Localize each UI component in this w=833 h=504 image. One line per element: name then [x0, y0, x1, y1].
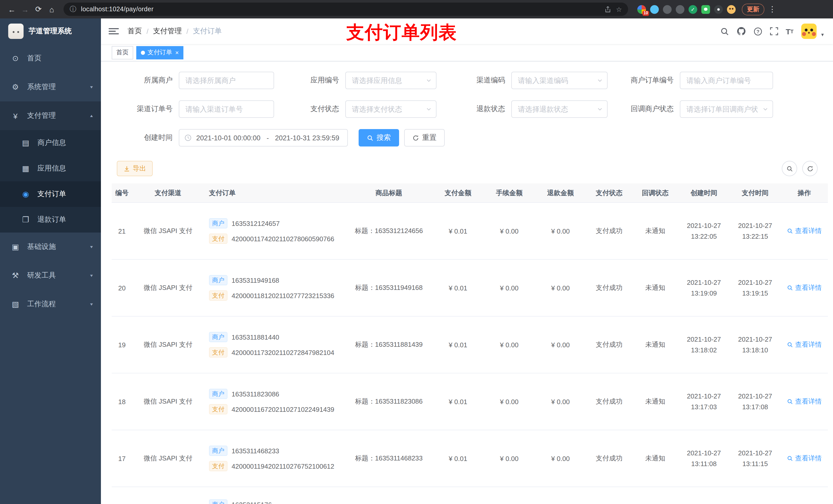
avatar-caret-icon[interactable]: ▾ — [821, 31, 824, 37]
cell-refund: ¥ 0.00 — [535, 341, 586, 349]
sidebar-item-merchant-info[interactable]: ▤ 商户信息 — [0, 130, 101, 156]
col-header-notify: 回调状态 — [632, 188, 678, 197]
view-details-link[interactable]: 查看详情 — [787, 397, 822, 406]
url-text[interactable]: localhost:1024/pay/order — [81, 6, 600, 13]
browser-forward-icon[interactable]: → — [19, 3, 32, 16]
view-details-label: 查看详情 — [795, 283, 822, 292]
share-icon[interactable] — [605, 6, 612, 13]
pay-order-no: 4200001194202110276752100612 — [232, 462, 334, 470]
cell-status: 支付成功 — [586, 397, 632, 406]
date-range-input[interactable]: 2021-10-01 00:00:00 - 2021-10-31 23:59:5… — [179, 129, 348, 146]
merchant-order-no: 1635311468233 — [232, 447, 279, 455]
browser-profile-avatar[interactable] — [727, 5, 736, 14]
extension-check-icon[interactable]: ✓ — [689, 5, 697, 14]
sidebar-item-workflow[interactable]: ▧ 工作流程 ▼ — [0, 290, 101, 318]
sidebar-item-home[interactable]: ⊙ 首页 — [0, 44, 101, 73]
extension-colorful-icon[interactable]: 10 — [637, 5, 646, 14]
merchant-order-no: 1635311949168 — [232, 276, 279, 284]
pay-order-no: 4200001173202110272847982104 — [232, 349, 334, 356]
channel-code-select[interactable] — [511, 72, 608, 89]
briefcase-icon: ▧ — [10, 299, 21, 309]
close-icon[interactable]: × — [175, 49, 179, 56]
view-details-link[interactable]: 查看详情 — [787, 283, 822, 292]
refresh-button[interactable] — [802, 161, 818, 176]
table-row-partial: 商户 16353115176 — [112, 487, 828, 504]
hamburger-icon[interactable] — [109, 26, 119, 37]
sidebar-item-pay-order[interactable]: ◉ 支付订单 — [0, 181, 101, 207]
merchant-order-no-input[interactable] — [680, 72, 773, 89]
channel-order-no-input[interactable] — [179, 100, 274, 118]
view-details-link[interactable]: 查看详情 — [787, 226, 822, 236]
sidebar-item-payment[interactable]: ¥ 支付管理 ▲ — [0, 101, 101, 130]
tab-home[interactable]: 首页 — [112, 46, 133, 59]
app-title: 芋道管理系统 — [29, 27, 72, 36]
site-info-icon[interactable]: ⓘ — [70, 5, 76, 14]
table-toolbar: 导出 — [117, 161, 818, 176]
monitor-icon: ▣ — [10, 242, 21, 251]
sidebar-item-label: 支付订单 — [38, 190, 66, 199]
cell-title: 标题：1635311949168 — [345, 283, 432, 292]
sidebar-item-infra[interactable]: ▣ 基础设施 ▼ — [0, 233, 101, 261]
browser-menu-icon[interactable]: ⋮ — [768, 5, 776, 14]
browser-update-button[interactable]: 更新 — [742, 3, 764, 15]
extension-gray2-icon[interactable] — [676, 5, 685, 14]
sidebar-item-system[interactable]: ⚙ 系统管理 ▼ — [0, 73, 101, 101]
table-row: 20 微信 JSAPI 支付 商户 1635311949168 支付 — [112, 260, 828, 316]
user-avatar[interactable] — [801, 24, 817, 39]
export-button[interactable]: 导出 — [117, 161, 153, 176]
cell-fee: ¥ 0.00 — [484, 341, 535, 349]
breadcrumb-home[interactable]: 首页 — [127, 27, 142, 36]
col-header-title: 商品标题 — [345, 188, 432, 197]
refund-status-select[interactable] — [511, 100, 608, 118]
search-button[interactable]: 搜索 — [359, 129, 399, 146]
notify-status-select[interactable] — [680, 100, 773, 118]
col-header-status: 支付状态 — [586, 188, 632, 197]
reset-button[interactable]: 重置 — [404, 129, 445, 146]
merchant-input[interactable] — [179, 72, 274, 89]
sidebar-item-devtools[interactable]: ⚒ 研发工具 ▼ — [0, 261, 101, 290]
table-header: 编号 支付渠道 支付订单 商品标题 支付金额 手续金额 退款金额 支付状态 回调… — [112, 183, 828, 203]
pay-tag: 支付 — [209, 347, 228, 358]
browser-home-icon[interactable]: ⌂ — [45, 3, 58, 16]
extensions-area: 10 ✓ — [637, 5, 736, 14]
merchant-order-no: 1635311823086 — [232, 390, 279, 398]
address-bar[interactable]: ⓘ localhost:1024/pay/order ☆ — [64, 3, 628, 16]
cell-created: 2021-10-2713:11:08 — [678, 448, 730, 469]
app-id-select[interactable] — [345, 72, 436, 89]
search-icon[interactable] — [720, 26, 729, 37]
screen: ← → ⟳ ⌂ ⓘ localhost:1024/pay/order ☆ 10 … — [0, 0, 833, 504]
cell-title: 标题：1635311881439 — [345, 340, 432, 349]
cell-amount: ¥ 0.01 — [432, 284, 484, 292]
cell-status: 支付成功 — [586, 283, 632, 292]
app-logo[interactable]: 芋道管理系统 — [0, 19, 101, 44]
extension-gray-icon[interactable] — [663, 5, 672, 14]
date-end[interactable]: 2021-10-31 23:59:59 — [275, 134, 339, 142]
tab-label: 支付订单 — [147, 48, 172, 57]
github-icon[interactable] — [736, 26, 746, 37]
sidebar-item-app-info[interactable]: ▦ 应用信息 — [0, 156, 101, 181]
col-header-created: 创建时间 — [678, 188, 730, 197]
browser-back-icon[interactable]: ← — [5, 3, 19, 16]
cell-pay-order: 商户 16353115176 — [204, 499, 345, 504]
view-details-link[interactable]: 查看详情 — [787, 340, 822, 349]
chevron-up-icon: ▲ — [89, 114, 94, 118]
cell-created: 2021-10-2713:22:05 — [678, 220, 730, 242]
cell-channel: 微信 JSAPI 支付 — [132, 340, 204, 349]
tab-pay-order[interactable]: 支付订单 × — [136, 46, 184, 59]
cell-pay-order: 商户 1635311468233 支付 42000011942021102767… — [204, 446, 345, 471]
logo-avatar — [8, 24, 24, 39]
view-details-link[interactable]: 查看详情 — [787, 454, 822, 463]
font-size-icon[interactable]: TT — [786, 26, 793, 37]
browser-reload-icon[interactable]: ⟳ — [32, 3, 45, 16]
pay-status-select[interactable] — [345, 100, 436, 118]
help-icon[interactable]: ? — [753, 26, 762, 37]
breadcrumb-section[interactable]: 支付管理 — [153, 27, 182, 36]
extension-chat-icon[interactable] — [701, 5, 710, 14]
extension-pin-icon[interactable] — [714, 5, 723, 14]
sidebar-item-refund-order[interactable]: ❐ 退款订单 — [0, 207, 101, 233]
extension-drop-icon[interactable] — [650, 5, 659, 14]
date-start[interactable]: 2021-10-01 00:00:00 — [196, 134, 261, 142]
fullscreen-icon[interactable] — [770, 26, 778, 37]
bookmark-star-icon[interactable]: ☆ — [616, 5, 622, 13]
toggle-search-button[interactable] — [782, 161, 797, 176]
